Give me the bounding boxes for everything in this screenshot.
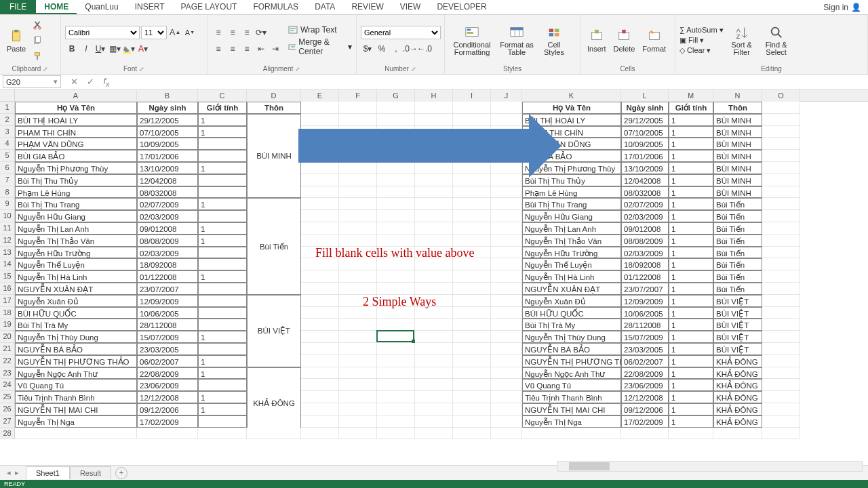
cell-E9[interactable] (301, 198, 339, 210)
cell-H26[interactable] (415, 403, 453, 415)
decrease-decimal-button[interactable]: ←.0 (418, 42, 431, 56)
font-dialog-launcher[interactable]: ⤢ (139, 66, 144, 73)
cell-F10[interactable] (339, 210, 377, 222)
cell-E23[interactable] (301, 367, 339, 380)
col-header-N[interactable]: N (713, 89, 762, 102)
cell-C13[interactable] (198, 247, 247, 259)
cell-M21[interactable]: 1 (669, 343, 713, 355)
cell-A22[interactable]: NGUYỄN THỊ PHƯƠNG THẢO (15, 355, 137, 367)
merge-center-button[interactable]: Merge & Center ▾ (288, 37, 352, 56)
cell-M7[interactable]: 1 (669, 174, 713, 186)
cell-B4[interactable]: 10/09/2005 (137, 138, 198, 150)
cell-E17[interactable] (301, 295, 339, 307)
cell-L11[interactable]: 09/012008 (621, 222, 669, 235)
cell-G7[interactable] (377, 174, 415, 186)
row-header-27[interactable]: 27 (0, 415, 15, 428)
cell-G25[interactable] (377, 391, 415, 403)
cell-C17[interactable] (198, 295, 247, 307)
row-header-4[interactable]: 4 (0, 138, 15, 150)
row-header-23[interactable]: 23 (0, 367, 15, 380)
delete-cells-button[interactable]: Delete (611, 27, 638, 54)
cell-L16[interactable]: 23/07/2007 (621, 283, 669, 295)
cell-A20[interactable]: Nguyễn Thị Thùy Dung (15, 331, 137, 343)
cell-D2[interactable]: BÙI MINH (247, 114, 301, 199)
increase-indent-button[interactable]: ⇥ (269, 42, 282, 56)
cell-E19[interactable] (301, 319, 339, 331)
cell-F11[interactable] (339, 222, 377, 235)
cell-L18[interactable]: 10/06/2005 (621, 307, 669, 319)
cell-F23[interactable] (339, 367, 377, 380)
cell-C5[interactable] (198, 150, 247, 162)
row-header-16[interactable]: 16 (0, 283, 15, 295)
cell-K11[interactable]: Nguyễn Thị Lan Anh (522, 222, 621, 235)
row-header-21[interactable]: 21 (0, 343, 15, 355)
cell-C3[interactable]: 1 (198, 126, 247, 138)
decrease-font-button[interactable]: A▼ (183, 26, 197, 39)
cell-A1[interactable]: Họ Và Tên (15, 102, 137, 114)
cell-E22[interactable] (301, 355, 339, 367)
cell-D28[interactable] (247, 428, 301, 440)
cell-C19[interactable] (198, 319, 247, 331)
conditional-formatting-button[interactable]: Conditional Formatting (449, 24, 495, 58)
format-cells-button[interactable]: Format (639, 27, 669, 54)
cell-A5[interactable]: BÙI GIA BẢO (15, 150, 137, 162)
enter-formula-button[interactable]: ✓ (84, 76, 96, 88)
cell-L12[interactable]: 08/08/2009 (621, 235, 669, 247)
cell-O25[interactable] (762, 391, 800, 403)
cell-N27[interactable]: KHẢ ĐÔNG (713, 415, 762, 428)
cell-I25[interactable] (453, 391, 491, 403)
cell-A7[interactable]: Bùi Thị Thu Thủy (15, 174, 137, 186)
cell-H12[interactable] (415, 235, 453, 247)
cell-J19[interactable] (491, 319, 522, 331)
cell-G21[interactable] (377, 343, 415, 355)
cell-styles-button[interactable]: Cell Styles (538, 24, 570, 58)
align-middle-button[interactable]: ≡ (226, 26, 239, 39)
cell-C12[interactable]: 1 (198, 235, 247, 247)
cell-A25[interactable]: Tiêu Trịnh Thanh Bình (15, 391, 137, 403)
font-name-combo[interactable]: Calibri (65, 26, 140, 39)
cell-B7[interactable]: 12/042008 (137, 174, 198, 186)
col-header-A[interactable]: A (15, 89, 137, 102)
cell-J11[interactable] (491, 222, 522, 235)
row-header-12[interactable]: 12 (0, 235, 15, 247)
cell-C11[interactable]: 1 (198, 222, 247, 235)
cell-C20[interactable]: 1 (198, 331, 247, 343)
cell-L14[interactable]: 18/092008 (621, 258, 669, 270)
cell-A27[interactable]: Nguyễn Thị Nga (15, 415, 137, 428)
cell-G9[interactable] (377, 198, 415, 210)
cell-B28[interactable] (137, 428, 198, 440)
cell-N1[interactable]: Thôn (713, 102, 762, 114)
tab-insert[interactable]: INSERT (127, 0, 173, 14)
cell-J9[interactable] (491, 198, 522, 210)
cell-B10[interactable]: 02/03/2009 (137, 210, 198, 222)
cell-I22[interactable] (453, 355, 491, 367)
tab-review[interactable]: REVIEW (343, 0, 391, 14)
row-header-18[interactable]: 18 (0, 307, 15, 319)
cell-L24[interactable]: 23/06/2009 (621, 379, 669, 391)
cell-E6[interactable] (301, 162, 339, 174)
cell-E26[interactable] (301, 403, 339, 415)
cell-C2[interactable]: 1 (198, 114, 247, 126)
cell-O16[interactable] (762, 283, 800, 295)
cell-B23[interactable]: 22/08/2009 (137, 367, 198, 380)
decrease-indent-button[interactable]: ⇤ (254, 42, 268, 56)
cell-M27[interactable]: 1 (669, 415, 713, 428)
cell-A3[interactable]: PHAM THI CHÍN (15, 126, 137, 138)
col-header-G[interactable]: G (377, 89, 415, 102)
increase-font-button[interactable]: A▲ (168, 26, 182, 39)
cell-K15[interactable]: Nguyễn Thị Hà Linh (522, 270, 621, 283)
cell-F27[interactable] (339, 415, 377, 428)
cell-B13[interactable]: 02/03/2009 (137, 247, 198, 259)
cell-A9[interactable]: Bùi Thị Thu Trang (15, 198, 137, 210)
cell-N5[interactable]: BÙI MINH (713, 150, 762, 162)
cell-N10[interactable]: Bùi Tiến (713, 210, 762, 222)
italic-button[interactable]: I (79, 42, 93, 56)
cell-O21[interactable] (762, 343, 800, 355)
cell-L3[interactable]: 07/10/2005 (621, 126, 669, 138)
cell-F26[interactable] (339, 403, 377, 415)
cell-F15[interactable] (339, 270, 377, 283)
cell-N11[interactable]: Bùi Tiến (713, 222, 762, 235)
cell-G24[interactable] (377, 379, 415, 391)
row-header-13[interactable]: 13 (0, 247, 15, 259)
cell-C18[interactable] (198, 307, 247, 319)
